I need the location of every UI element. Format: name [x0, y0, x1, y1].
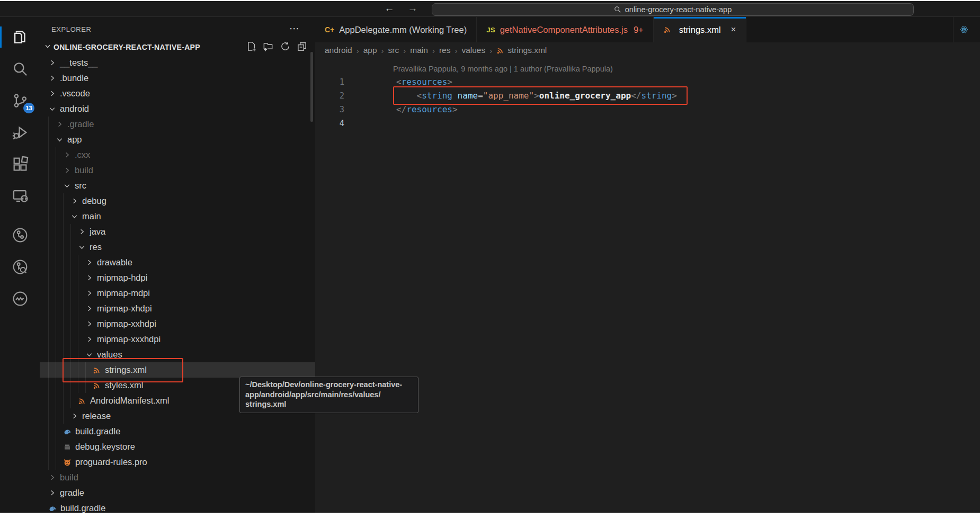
- tree-item-app[interactable]: app: [40, 132, 315, 147]
- code-line[interactable]: 1<resources>: [315, 75, 980, 89]
- code-line[interactable]: 2 <string name="app_name">online_grocery…: [315, 89, 980, 103]
- source-control-icon[interactable]: 13: [0, 85, 40, 117]
- chevron-right-icon: [63, 151, 74, 159]
- file-path-tooltip: ~/Desktop/Dev/online-grocery-react-nativ…: [239, 377, 418, 413]
- breadcrumb-item[interactable]: app: [363, 46, 377, 55]
- tree-item-label: .vscode: [60, 88, 90, 99]
- indent-guide: [70, 301, 78, 316]
- indent-guide: [56, 209, 63, 224]
- indent-guide: [70, 239, 78, 255]
- tree-item-mipmap-hdpi[interactable]: mipmap-hdpi: [40, 270, 315, 285]
- gitlens-icon[interactable]: [0, 219, 40, 251]
- tree-item-build[interactable]: build: [40, 163, 315, 178]
- line-number: 4: [315, 117, 344, 130]
- command-center-search[interactable]: online-grocery-react-native-app: [432, 3, 914, 16]
- collapse-all-icon[interactable]: [297, 41, 308, 54]
- tree-item-android[interactable]: android: [40, 101, 315, 117]
- tab-getnativecomponentattributes.js[interactable]: JSgetNativeComponentAttributes.js9+: [477, 17, 654, 42]
- code-line[interactable]: 3</resources>: [315, 103, 980, 117]
- indent-guide: [70, 378, 78, 393]
- tree-item-label: android: [60, 104, 89, 114]
- tab-appdelegate.mm-working-tree-[interactable]: C+AppDelegate.mm (Working Tree): [315, 17, 477, 42]
- tree-item-java[interactable]: java: [40, 224, 315, 239]
- workspace-section-header[interactable]: ONLINE-GROCERY-REACT-NATIVE-APP: [40, 39, 315, 55]
- tree-item-build[interactable]: build: [40, 470, 315, 485]
- indent-guide: [78, 301, 85, 316]
- indent-guide: [63, 332, 70, 347]
- indent-guide: [48, 193, 56, 209]
- breadcrumb-item[interactable]: android: [325, 46, 352, 55]
- code-area[interactable]: Pravallika Pappula, 9 months ago | 1 aut…: [315, 58, 980, 513]
- nav-forward-button[interactable]: →: [406, 2, 420, 15]
- refresh-icon[interactable]: [280, 41, 291, 54]
- tree-item-.vscode[interactable]: .vscode: [40, 86, 315, 101]
- extensions-icon[interactable]: [0, 148, 40, 180]
- remote-explorer-icon[interactable]: [0, 180, 40, 212]
- code-line-content: <resources>: [344, 75, 452, 89]
- code-line-content: <string name="app_name">online_grocery_a…: [344, 89, 677, 103]
- code-line[interactable]: 4: [315, 117, 980, 130]
- explorer-icon[interactable]: [0, 21, 40, 53]
- explorer-sidebar: EXPLORER ⋯ ONLINE-GROCERY-REACT-NATIVE-A…: [40, 17, 315, 513]
- indent-guide: [56, 255, 63, 270]
- keystore-file-icon: [63, 443, 74, 451]
- tree-item-.bundle[interactable]: .bundle: [40, 70, 315, 86]
- xml-file-icon: [93, 381, 104, 390]
- tree-item-debug[interactable]: debug: [40, 193, 315, 209]
- tree-item-gradle[interactable]: gradle: [40, 485, 315, 501]
- tree-item-mipmap-xhdpi[interactable]: mipmap-xhdpi: [40, 301, 315, 316]
- indent-guide: [63, 270, 70, 285]
- proguard-file-icon: [63, 458, 74, 467]
- run-debug-icon[interactable]: [0, 117, 40, 148]
- tree-item-mipmap-xxhdpi[interactable]: mipmap-xxhdpi: [40, 316, 315, 332]
- tree-item-res[interactable]: res: [40, 239, 315, 255]
- breadcrumb-file[interactable]: strings.xml: [496, 46, 547, 55]
- breadcrumb-item[interactable]: res: [439, 46, 451, 55]
- breadcrumb-item[interactable]: values: [461, 46, 485, 55]
- indent-guide: [48, 163, 56, 178]
- tree-item--tests-[interactable]: __tests__: [40, 55, 315, 70]
- tree-item-strings.xml[interactable]: strings.xml: [40, 362, 315, 378]
- indent-guide: [63, 209, 70, 224]
- tree-item-drawable[interactable]: drawable: [40, 255, 315, 270]
- chevron-down-icon: [44, 42, 54, 52]
- tree-item-label: mipmap-mdpi: [97, 288, 150, 298]
- tab-partial[interactable]: [953, 17, 980, 42]
- indent-guide: [56, 163, 63, 178]
- editor-area: C+AppDelegate.mm (Working Tree)JSgetNati…: [315, 17, 980, 513]
- tree-item-label: src: [75, 181, 86, 191]
- indent-guide: [63, 224, 70, 239]
- breadcrumb-item[interactable]: main: [410, 46, 428, 55]
- close-icon[interactable]: ×: [731, 24, 736, 35]
- indent-guide: [63, 347, 70, 362]
- tree-item-build.gradle[interactable]: build.gradle: [40, 424, 315, 439]
- tree-item-mipmap-mdpi[interactable]: mipmap-mdpi: [40, 285, 315, 301]
- breadcrumb: android›app›src›main›res›values›strings.…: [315, 42, 980, 58]
- tree-item-debug.keystore[interactable]: debug.keystore: [40, 439, 315, 454]
- views-more-icon[interactable]: ⋯: [289, 22, 300, 34]
- chevron-right-icon: [48, 474, 59, 481]
- tree-item-src[interactable]: src: [40, 178, 315, 193]
- tree-item-.gradle[interactable]: .gradle: [40, 117, 315, 132]
- indent-guide: [56, 454, 63, 470]
- tree-item-label: build: [75, 165, 93, 175]
- tree-item-mipmap-xxxhdpi[interactable]: mipmap-xxxhdpi: [40, 332, 315, 347]
- tree-item-values[interactable]: values: [40, 347, 315, 362]
- indent-guide: [48, 255, 56, 270]
- nav-back-button[interactable]: ←: [382, 2, 396, 15]
- chevron-right-icon: [85, 274, 96, 282]
- tree-item-.cxx[interactable]: .cxx: [40, 147, 315, 163]
- gitlens-inspect-icon[interactable]: [0, 251, 40, 283]
- commit-graph-icon[interactable]: [0, 283, 40, 315]
- tree-item-proguard-rules.pro[interactable]: proguard-rules.pro: [40, 454, 315, 470]
- tree-item-label: proguard-rules.pro: [75, 457, 147, 467]
- new-file-icon[interactable]: [246, 41, 257, 54]
- breadcrumb-item[interactable]: src: [388, 46, 399, 55]
- indent-guide: [56, 393, 63, 408]
- chevron-right-icon: [48, 489, 59, 497]
- new-folder-icon[interactable]: [263, 41, 274, 54]
- tree-item-main[interactable]: main: [40, 209, 315, 224]
- tab-strings.xml[interactable]: strings.xml×: [654, 17, 746, 42]
- sidebar-scrollbar[interactable]: [310, 52, 313, 122]
- search-icon[interactable]: [0, 53, 40, 85]
